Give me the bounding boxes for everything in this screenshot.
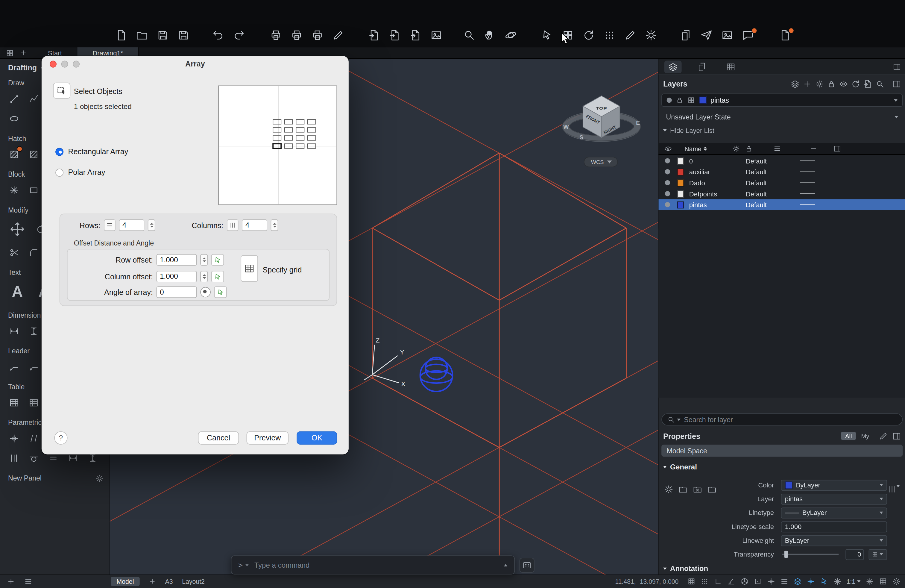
object-snap-tracking-icon[interactable]	[767, 577, 775, 586]
messages-icon[interactable]	[739, 28, 757, 43]
polar-array-radio[interactable]: Polar Array	[56, 168, 105, 176]
cancel-button[interactable]: Cancel	[198, 431, 239, 445]
pick-column-offset-button[interactable]	[211, 271, 224, 282]
settings-gear-icon[interactable]	[892, 577, 900, 586]
wcs-dropdown[interactable]: WCS	[584, 157, 618, 167]
layer-row[interactable]: 0Default	[658, 156, 905, 167]
export-dwf-icon[interactable]	[407, 28, 424, 43]
layer-freeze-icon[interactable]	[815, 79, 824, 88]
general-section-header[interactable]: General	[663, 463, 697, 471]
tab-model[interactable]: Model	[111, 577, 140, 586]
hardware-accel-icon[interactable]	[879, 577, 887, 586]
minimize-button[interactable]	[61, 60, 68, 67]
tab-layers[interactable]	[664, 60, 682, 73]
rows-stepper[interactable]	[148, 219, 155, 231]
column-offset-stepper[interactable]	[200, 271, 208, 282]
add-layout-icon[interactable]	[149, 578, 156, 585]
snap-mode-icon[interactable]	[700, 577, 709, 586]
layer-color-swatch[interactable]	[677, 168, 684, 175]
export-image-icon[interactable]	[428, 28, 445, 43]
properties-filter-my[interactable]: My	[857, 432, 873, 440]
layer-merge-icon[interactable]	[851, 79, 860, 88]
object-snap-icon[interactable]	[754, 577, 762, 586]
insert-block-tool-icon[interactable]	[6, 182, 22, 198]
rectangular-array-radio[interactable]: Rectangular Array	[56, 147, 128, 156]
layer-translate-icon[interactable]	[864, 79, 872, 88]
row-offset-input[interactable]	[157, 254, 197, 266]
layer-row[interactable]: DefpointsDefault	[658, 188, 905, 199]
dimension-tool-icon[interactable]	[6, 323, 22, 339]
rows-input[interactable]	[119, 219, 144, 231]
reference-manager-icon[interactable]	[601, 28, 618, 43]
block-editor-icon[interactable]	[622, 28, 639, 43]
property-value-color[interactable]: ByLayer	[781, 480, 887, 491]
save-icon[interactable]	[154, 28, 171, 43]
properties-options-icon[interactable]	[879, 432, 888, 440]
slider-handle[interactable]	[784, 551, 788, 558]
layer-on-icon[interactable]	[665, 158, 670, 163]
preview-button[interactable]: Preview	[246, 431, 289, 445]
property-value-lineweight[interactable]: ByLayer	[781, 535, 887, 546]
angle-input[interactable]	[157, 286, 197, 298]
zoom-window-icon[interactable]	[460, 28, 478, 43]
panel-dock-icon[interactable]	[893, 63, 901, 71]
new-file-icon[interactable]	[113, 28, 130, 43]
layer-row[interactable]: DadoDefault	[658, 177, 905, 188]
grid-toggle-icon[interactable]	[687, 577, 695, 586]
panel-collapse-icon[interactable]	[892, 79, 901, 88]
sheet-set-icon[interactable]	[677, 28, 694, 43]
transparency-slider[interactable]: 0	[781, 549, 887, 560]
leader-edit-tool-icon[interactable]	[25, 359, 41, 375]
plot-preview-icon[interactable]	[288, 28, 305, 43]
trim-tool-icon[interactable]	[6, 244, 22, 261]
hide-layer-list-toggle[interactable]: Hide Layer List	[663, 127, 714, 134]
ellipse-tool-icon[interactable]	[6, 110, 22, 126]
command-line[interactable]: >	[231, 555, 515, 575]
properties-panel-icon[interactable]	[892, 432, 901, 440]
close-button[interactable]	[50, 60, 57, 67]
annotation-scale-dropdown[interactable]: 1:1	[847, 578, 861, 585]
gradient-tool-icon[interactable]	[25, 146, 41, 162]
move-tool-icon[interactable]	[6, 218, 29, 241]
layer-color-swatch[interactable]	[677, 201, 684, 208]
command-input[interactable]	[253, 561, 497, 570]
isometric-drafting-icon[interactable]	[740, 577, 748, 586]
view-list-icon[interactable]	[24, 577, 32, 586]
page-setup-icon[interactable]	[309, 28, 326, 43]
touchpad-button[interactable]	[519, 558, 535, 573]
collapse-command-icon[interactable]	[504, 564, 508, 566]
fillet-tool-icon[interactable]	[25, 244, 41, 261]
annotation-visibility-icon[interactable]	[833, 577, 841, 586]
properties-filter-all[interactable]: All	[841, 432, 856, 440]
ortho-mode-icon[interactable]	[714, 577, 722, 586]
create-block-tool-icon[interactable]	[25, 182, 41, 198]
layer-walk-icon[interactable]	[876, 79, 884, 88]
selection-cycling-icon[interactable]	[793, 577, 802, 586]
mtext-tool-icon[interactable]: A	[6, 280, 29, 303]
tab-content[interactable]	[722, 60, 740, 73]
layer-search-input[interactable]	[683, 415, 897, 424]
apps-grid-icon[interactable]	[6, 49, 14, 57]
polyline-tool-icon[interactable]	[25, 91, 41, 107]
space-selector[interactable]: Model Space	[661, 445, 903, 457]
linear-dimension-tool-icon[interactable]	[25, 323, 41, 339]
current-layer-dropdown[interactable]: pintas	[661, 94, 903, 106]
tab-layout2[interactable]: Layout2	[182, 578, 205, 585]
layer-on-icon[interactable]	[665, 191, 670, 196]
selected-object[interactable]	[420, 358, 452, 392]
tab-sheet-sets[interactable]	[693, 60, 710, 73]
row-offset-stepper[interactable]	[200, 254, 208, 266]
plot-icon[interactable]	[267, 28, 284, 43]
layer-on-icon[interactable]	[665, 202, 670, 207]
ok-button[interactable]: OK	[297, 431, 337, 445]
gallery-icon[interactable]	[719, 28, 736, 43]
multileader-tool-icon[interactable]	[6, 359, 22, 375]
layer-color-swatch[interactable]	[677, 157, 684, 164]
table-edit-tool-icon[interactable]	[25, 394, 41, 410]
viewcube[interactable]: W S E TOP FRONT RIGHT	[562, 96, 640, 141]
help-button[interactable]: ?	[54, 431, 67, 445]
layer-isolate-icon[interactable]	[839, 79, 848, 88]
vertical-constraint-icon[interactable]	[6, 450, 22, 466]
layer-state-dropdown[interactable]: Unsaved Layer State	[661, 111, 903, 123]
transparency-value[interactable]: 0	[845, 549, 864, 560]
